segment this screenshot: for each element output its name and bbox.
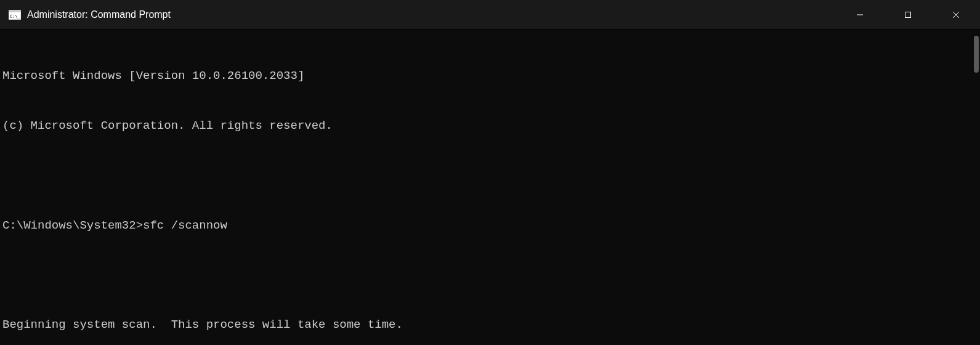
minimize-button[interactable] <box>836 0 884 29</box>
prompt-text: C:\Windows\System32> <box>2 217 143 234</box>
window-controls <box>836 0 980 29</box>
titlebar-left: C:\_ Administrator: Command Prompt <box>0 9 171 21</box>
terminal-output[interactable]: Microsoft Windows [Version 10.0.26100.20… <box>0 30 980 345</box>
close-button[interactable] <box>932 0 980 29</box>
output-line: (c) Microsoft Corporation. All rights re… <box>2 118 978 134</box>
cmd-icon: C:\_ <box>9 9 21 21</box>
output-line <box>2 168 978 184</box>
window-title: Administrator: Command Prompt <box>27 9 171 20</box>
command-text: sfc /scannow <box>143 217 227 234</box>
output-line: Microsoft Windows [Version 10.0.26100.20… <box>2 68 978 84</box>
svg-text:C:\_: C:\_ <box>10 14 21 19</box>
output-line <box>2 267 978 284</box>
maximize-button[interactable] <box>884 0 932 29</box>
command-line: C:\Windows\System32>sfc /scannow <box>2 217 978 234</box>
scrollbar-track[interactable] <box>970 30 980 345</box>
scrollbar-thumb[interactable] <box>974 36 979 73</box>
titlebar: C:\_ Administrator: Command Prompt <box>0 0 980 30</box>
svg-rect-4 <box>905 12 911 17</box>
svg-rect-1 <box>9 10 21 12</box>
output-line: Beginning system scan. This process will… <box>2 317 978 333</box>
